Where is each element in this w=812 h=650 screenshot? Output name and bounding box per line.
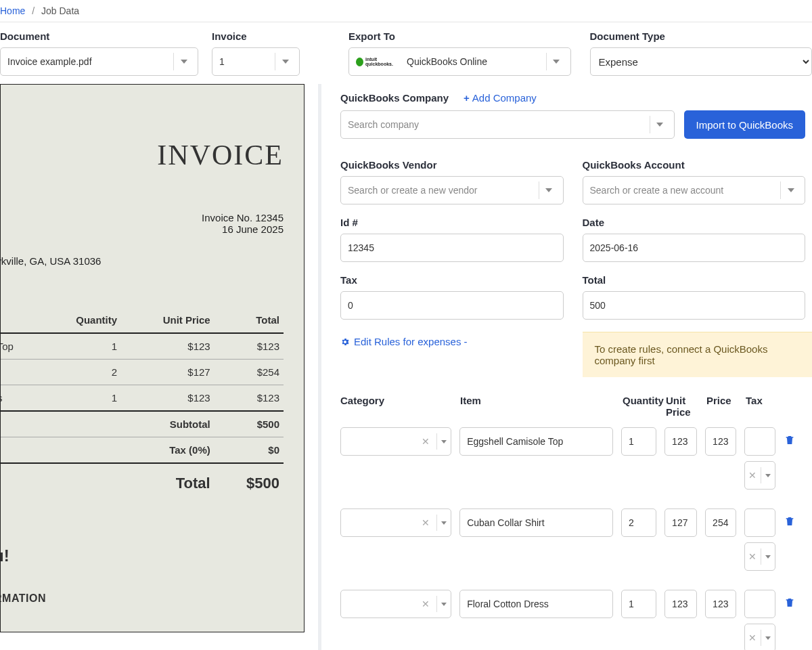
delete-line-button[interactable] (784, 515, 796, 527)
chevron-down-icon (441, 603, 447, 606)
tax-select[interactable] (744, 461, 775, 490)
total-label: Total (583, 274, 806, 286)
import-to-quickbooks-button[interactable]: Import to QuickBooks (684, 110, 805, 139)
quantity-input[interactable] (621, 508, 656, 537)
delete-line-button[interactable] (784, 597, 796, 609)
quickbooks-company-label: QuickBooks Company (340, 92, 449, 104)
invoice-number: Invoice No. 12345 (1, 212, 284, 223)
vendor-select[interactable]: Search or create a new vendor (340, 176, 564, 204)
date-input[interactable] (583, 234, 806, 262)
chevron-down-icon (441, 521, 447, 525)
th-total: Total (215, 307, 284, 333)
invoice-date: 16 June 2025 (1, 223, 284, 235)
category-select[interactable] (340, 590, 451, 618)
item-input[interactable] (459, 427, 613, 456)
line-item-row (340, 427, 805, 490)
document-type-select[interactable]: Expense (590, 47, 813, 76)
clear-icon[interactable] (748, 551, 757, 562)
company-placeholder: Search company (348, 119, 650, 130)
invoice-label: Invoice (212, 30, 300, 42)
table-row: irt2$127$254 (0, 360, 284, 385)
category-select[interactable] (340, 508, 451, 537)
quickbooks-logo-icon: intuit quickbooks. (356, 56, 400, 68)
vendor-placeholder: Search or create a new vendor (348, 185, 539, 196)
document-label: Document (0, 30, 198, 42)
quantity-input[interactable] (621, 590, 656, 618)
invoice-select[interactable]: 1 (212, 47, 300, 76)
th-unit-price: Unit Price (121, 307, 215, 333)
tax-input[interactable] (744, 590, 775, 618)
th-quantity: Quantity (623, 395, 658, 418)
quantity-input[interactable] (621, 427, 656, 456)
add-company-link[interactable]: +Add Company (464, 92, 537, 104)
price-input[interactable] (705, 508, 736, 537)
account-select[interactable]: Search or create a new account (583, 176, 806, 204)
export-to-value: QuickBooks Online (407, 56, 546, 67)
tax-input[interactable] (744, 427, 775, 456)
line-item-row (340, 590, 805, 650)
tax-input[interactable] (744, 508, 775, 537)
edit-rules-link[interactable]: Edit Rules for expenses - (340, 336, 468, 347)
id-label: Id # (340, 217, 564, 228)
price-input[interactable] (705, 590, 736, 618)
document-preview: INVOICE Invoice No. 12345 16 June 2025 w… (0, 84, 304, 632)
export-to-label: Export To (348, 30, 571, 42)
unit-price-input[interactable] (664, 508, 697, 537)
export-to-select[interactable]: intuit quickbooks. QuickBooks Online (348, 47, 571, 76)
quickbooks-vendor-label: QuickBooks Vendor (340, 159, 564, 171)
gear-icon (340, 337, 350, 347)
chevron-down-icon (539, 181, 559, 199)
clear-icon[interactable] (419, 436, 432, 447)
th-item: Item (460, 395, 614, 418)
category-select[interactable] (340, 427, 451, 456)
plus-icon: + (464, 92, 470, 104)
chevron-down-icon (765, 474, 771, 477)
account-placeholder: Search or create a new account (590, 185, 781, 196)
thank-you-text: u! (0, 546, 284, 565)
table-row: le Top1$123$123 (0, 333, 284, 360)
th-price: Price (706, 395, 738, 418)
document-type-label: Document Type (590, 30, 813, 42)
item-input[interactable] (459, 590, 613, 618)
th-tax: Tax (746, 395, 777, 418)
price-input[interactable] (705, 427, 736, 456)
chevron-down-icon (275, 53, 295, 70)
breadcrumb-home[interactable]: Home (0, 5, 25, 16)
tax-select[interactable] (744, 624, 775, 650)
th-quantity: Quantity (39, 307, 121, 333)
breadcrumb: Home / Job Data (0, 0, 812, 22)
tax-input[interactable] (340, 291, 564, 320)
breadcrumb-sep: / (32, 5, 35, 16)
invoice-address: wkville, GA, USA 31036 (0, 255, 284, 267)
clear-icon[interactable] (748, 632, 757, 643)
delete-line-button[interactable] (784, 434, 796, 446)
line-item-row (340, 508, 805, 571)
table-row: ess1$123$123 (0, 385, 284, 412)
document-select[interactable]: Invoice example.pdf (0, 47, 198, 76)
quickbooks-account-label: QuickBooks Account (583, 159, 806, 171)
company-select[interactable]: Search company (340, 110, 675, 139)
total-input[interactable] (583, 291, 806, 320)
info-heading: RMATION (0, 592, 284, 605)
chevron-down-icon (441, 440, 447, 443)
th-category: Category (340, 395, 452, 418)
clear-icon[interactable] (419, 599, 432, 609)
tax-label: Tax (340, 274, 564, 286)
invoice-items-table: Quantity Unit Price Total le Top1$123$12… (0, 307, 284, 499)
rules-alert: To create rules, connect a QuickBooks co… (583, 332, 813, 377)
breadcrumb-current: Job Data (41, 5, 79, 16)
clear-icon[interactable] (748, 470, 757, 481)
tax-select[interactable] (744, 542, 775, 571)
th-unit-price: Unit Price (666, 395, 698, 418)
item-input[interactable] (459, 508, 613, 537)
id-input[interactable] (340, 234, 564, 262)
chevron-down-icon (765, 636, 771, 640)
clear-icon[interactable] (419, 517, 432, 528)
document-value: Invoice example.pdf (7, 56, 173, 67)
invoice-value: 1 (219, 56, 275, 67)
invoice-title: INVOICE (1, 139, 284, 171)
chevron-down-icon (780, 181, 800, 199)
chevron-down-icon (546, 53, 566, 70)
unit-price-input[interactable] (664, 427, 697, 456)
unit-price-input[interactable] (664, 590, 697, 618)
